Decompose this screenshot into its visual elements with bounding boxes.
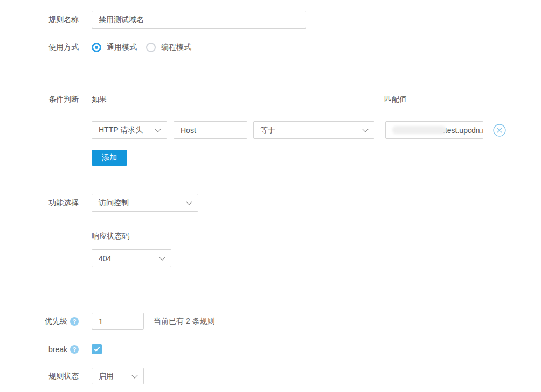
- rule-name-label: 规则名称: [0, 15, 79, 25]
- match-value-visible-text: .test.upcdn.n: [443, 126, 483, 135]
- rule-name-row: 规则名称: [0, 11, 541, 29]
- break-help-icon[interactable]: ?: [70, 345, 79, 354]
- radio-option-programming-mode[interactable]: 编程模式: [146, 43, 191, 52]
- rule-name-input[interactable]: [92, 11, 306, 29]
- chevron-down-icon: [362, 126, 368, 132]
- status-code-row: 响应状态码 404: [0, 232, 541, 267]
- status-code-value: 404: [99, 254, 111, 263]
- chevron-down-icon: [159, 254, 165, 260]
- section-divider: [4, 75, 541, 75]
- priority-label: 优先级: [45, 317, 67, 326]
- condition-field-type-value: HTTP 请求头: [99, 125, 143, 135]
- usage-mode-row: 使用方式 通用模式 编程模式: [0, 43, 541, 52]
- radio-icon: [146, 43, 156, 52]
- check-icon: [94, 346, 100, 352]
- function-select-value: 访问控制: [99, 198, 129, 208]
- delete-condition-button[interactable]: [493, 124, 506, 137]
- condition-if-label: 如果: [92, 95, 506, 104]
- radio-option-label: 编程模式: [161, 43, 191, 52]
- status-code-label: 响应状态码: [92, 232, 171, 241]
- break-checkbox[interactable]: [92, 344, 102, 354]
- radio-option-label: 通用模式: [107, 43, 137, 52]
- section-divider: [4, 283, 541, 283]
- priority-row: 优先级 ? 当前已有 2 条规则: [0, 313, 541, 330]
- break-row: break ?: [0, 344, 541, 354]
- add-condition-button[interactable]: 添加: [92, 150, 127, 166]
- masked-value-blur: [392, 126, 446, 134]
- usage-mode-label: 使用方式: [0, 43, 79, 52]
- condition-label: 条件判断: [0, 95, 79, 104]
- condition-operator-value: 等于: [260, 125, 275, 135]
- function-select-row: 功能选择 访问控制: [0, 194, 541, 212]
- function-select-label: 功能选择: [0, 198, 79, 208]
- condition-field-name-input[interactable]: [174, 121, 247, 139]
- rule-status-row: 规则状态 启用: [0, 368, 541, 384]
- priority-input[interactable]: [92, 313, 144, 330]
- chevron-down-icon: [155, 126, 161, 132]
- rule-status-dropdown[interactable]: 启用: [92, 368, 144, 384]
- rule-status-label: 规则状态: [0, 372, 79, 381]
- match-value-input[interactable]: .test.upcdn.n: [385, 121, 483, 139]
- function-select-dropdown[interactable]: 访问控制: [92, 194, 198, 212]
- break-label: break: [48, 345, 67, 354]
- radio-icon: [92, 43, 101, 52]
- chevron-down-icon: [131, 372, 137, 378]
- status-code-dropdown[interactable]: 404: [92, 249, 171, 267]
- condition-field-type-select[interactable]: HTTP 请求头: [92, 121, 167, 139]
- rule-edit-form: 规则名称 使用方式 通用模式 编程模式 条件判断 如果 匹配值 HTT: [0, 0, 541, 392]
- priority-hint: 当前已有 2 条规则: [154, 317, 215, 326]
- close-circle-icon: [493, 124, 506, 137]
- match-value-label: 匹配值: [384, 95, 407, 104]
- priority-help-icon[interactable]: ?: [70, 317, 79, 326]
- condition-operator-select[interactable]: 等于: [253, 121, 374, 139]
- rule-status-value: 启用: [99, 372, 114, 381]
- condition-row: 条件判断 如果 匹配值 HTTP 请求头 等于 .test.upcdn.n: [0, 95, 541, 166]
- chevron-down-icon: [186, 199, 192, 205]
- usage-mode-group: 通用模式 编程模式: [92, 43, 191, 52]
- radio-option-general-mode[interactable]: 通用模式: [92, 43, 137, 52]
